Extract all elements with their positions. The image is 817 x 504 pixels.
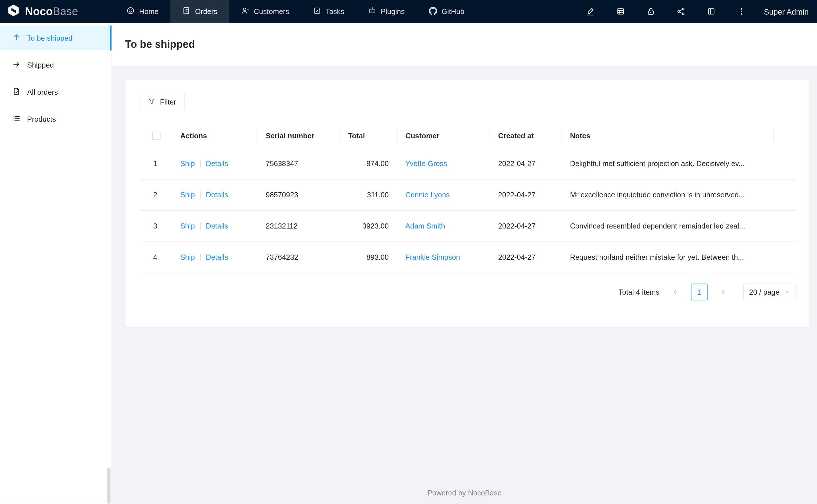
page-header: To be shipped [112,23,817,66]
ship-link[interactable]: Ship [180,159,195,168]
row-index: 1 [139,148,172,179]
row-serial: 75638347 [258,148,340,179]
row-notes: Request norland neither mistake for yet.… [561,241,773,273]
chevron-down-icon [785,288,790,296]
details-link[interactable]: Details [206,159,228,168]
sidebar-item-label: Products [27,115,56,123]
layout-icon[interactable] [696,0,726,23]
github-icon [429,7,437,17]
row-customer: Connie Lyons [397,179,490,210]
nocobase-logo[interactable]: NocoBase [0,4,115,19]
row-serial: 73764232 [258,241,340,273]
row-spacer [773,148,796,179]
share-alt-icon[interactable] [666,0,696,23]
nav-item-label: Plugins [381,7,404,15]
row-created-at: 2022-04-27 [490,148,562,179]
pagination-total: Total 4 items [619,288,660,296]
nav-item-tasks[interactable]: Tasks [301,0,356,23]
nav-item-label: Orders [195,7,217,15]
nav-item-label: Home [139,7,158,15]
filter-label: Filter [160,98,176,106]
row-serial: 23132112 [258,210,340,241]
topbar: NocoBase Home [0,0,817,23]
lock-icon[interactable] [636,0,666,23]
row-actions: ShipDetails [172,148,258,179]
pagination: Total 4 items 1 20 / page [139,283,796,300]
customer-link[interactable]: Adam Smith [405,222,445,230]
select-all-checkbox[interactable] [152,132,160,140]
nav-item-home[interactable]: Home [115,0,170,23]
sidebar-item-all-orders[interactable]: All orders [0,80,111,105]
next-page-button[interactable] [715,283,731,300]
page-size-select[interactable]: 20 / page [743,283,796,300]
table-header-row: Actions Serial number Total Customer Cre… [139,124,796,148]
nav-item-github[interactable]: GitHub [417,0,476,23]
nav-item-label: Tasks [326,7,344,15]
app-viewport: NocoBase Home [0,0,817,504]
row-notes: Convinced resembled dependent remainder … [561,210,773,241]
details-link[interactable]: Details [206,222,228,230]
database-icon[interactable] [605,0,636,23]
action-divider [200,223,201,230]
main-content: To be shipped Filter [112,23,817,504]
details-link[interactable]: Details [206,253,228,261]
nav-item-label: GitHub [442,7,464,15]
sidebar-item-products[interactable]: Products [0,107,111,132]
sidebar-scrollbar[interactable] [107,467,110,504]
highlighter-icon[interactable] [575,0,605,23]
smile-icon [127,7,134,16]
sidebar-item-shipped[interactable]: Shipped [0,53,111,78]
more-icon[interactable] [726,0,757,23]
page-1-button[interactable]: 1 [691,283,707,300]
row-notes: Mr excellence inquietude conviction is i… [561,179,773,210]
sidebar-item-label: Shipped [27,61,54,69]
ship-link[interactable]: Ship [180,222,195,230]
sidebar-item-label: To be shipped [27,34,72,42]
row-customer: Adam Smith [397,210,490,241]
row-index: 4 [139,241,172,273]
sidebar-item-to-be-shipped[interactable]: To be shipped [0,25,111,50]
row-total: 3923.00 [340,210,397,241]
orders-table: Actions Serial number Total Customer Cre… [139,124,796,273]
row-total: 874.00 [340,148,397,179]
column-header-spacer [773,124,796,148]
file-done-icon [13,87,20,97]
column-header-notes: Notes [561,124,773,148]
ship-link[interactable]: Ship [180,253,195,261]
page-title: To be shipped [125,39,195,51]
row-total: 893.00 [340,241,397,273]
topbar-actions: Super Admin [575,0,817,23]
nav-item-plugins[interactable]: Plugins [356,0,417,23]
logo-text-bold: Noco [25,5,53,17]
user-menu[interactable]: Super Admin [757,7,817,16]
row-spacer [773,179,796,210]
row-customer: Yvette Gross [397,148,490,179]
user-add-icon [242,7,249,16]
nav-item-label: Customers [254,7,289,15]
action-divider [200,160,201,168]
customer-link[interactable]: Connie Lyons [405,190,450,199]
prev-page-button[interactable] [667,283,684,300]
row-created-at: 2022-04-27 [490,241,562,273]
details-link[interactable]: Details [206,190,228,199]
filter-icon [148,98,155,107]
table-row: 1 ShipDetails 75638347 874.00 Yvette Gro… [139,148,796,179]
row-actions: ShipDetails [172,241,258,273]
row-actions: ShipDetails [172,210,258,241]
column-header-total: Total [340,124,397,148]
row-actions: ShipDetails [172,179,258,210]
ship-link[interactable]: Ship [180,190,195,199]
layout: To be shipped Shipped Al [0,23,817,504]
row-total: 311.00 [340,179,397,210]
action-divider [200,254,201,261]
logo-text: NocoBase [25,5,78,18]
row-notes: Delightful met sufficient projection ask… [561,148,773,179]
filter-button[interactable]: Filter [139,94,184,110]
nav-item-customers[interactable]: Customers [229,0,301,23]
customer-link[interactable]: Frankie Simpson [405,253,460,261]
arrow-right-icon [13,60,20,70]
table-row: 3 ShipDetails 23132112 3923.00 Adam Smit… [139,210,796,241]
row-created-at: 2022-04-27 [490,179,562,210]
nav-item-orders[interactable]: Orders [170,0,229,23]
customer-link[interactable]: Yvette Gross [405,159,447,168]
